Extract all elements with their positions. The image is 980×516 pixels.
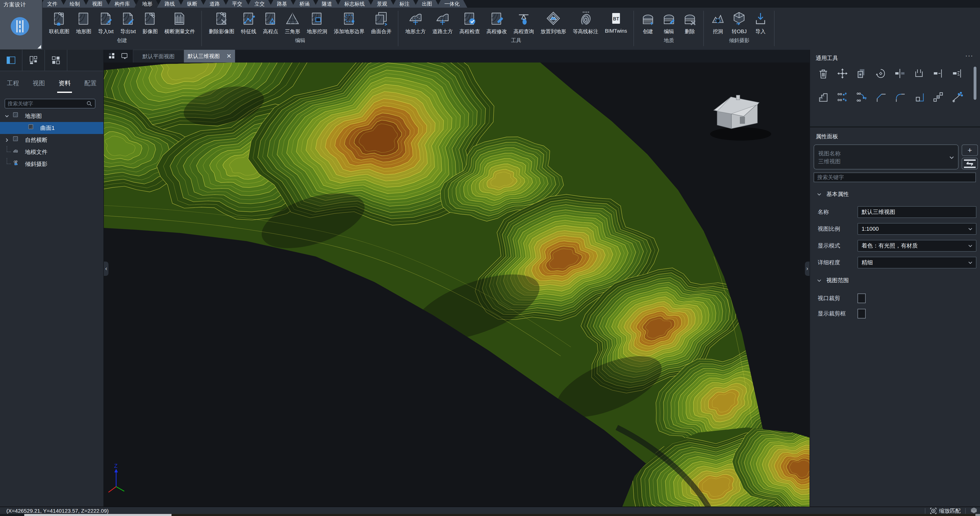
ribbon-button-创建[interactable]: 创建	[638, 9, 659, 35]
menu-tab-10[interactable]: 立交	[247, 0, 272, 8]
ribbon-button-删除影像图[interactable]: 删除影像图	[205, 9, 238, 35]
ribbon-button-地形挖洞[interactable]: 地形挖洞	[304, 9, 331, 35]
select-详细程度[interactable]: 精细	[858, 257, 977, 268]
menu-tab-14[interactable]: 标志标线	[337, 0, 372, 8]
ribbon-button-导入txt[interactable]: 导入txt	[95, 9, 117, 35]
ribbon-button-高程修改[interactable]: 高程修改	[483, 9, 510, 35]
menu-tab-7[interactable]: 纵断	[180, 0, 205, 8]
ribbon-button-转OBJ[interactable]: 转OBJ	[729, 9, 750, 35]
menu-tab-11[interactable]: 路基	[269, 0, 295, 8]
view-name-dropdown[interactable]: 视图名称 三维视图	[814, 145, 959, 169]
add-view-button[interactable]: +	[962, 145, 978, 156]
select-显示模式[interactable]: 着色：有光照，有材质	[858, 240, 977, 252]
tool-button-t-vertex-down[interactable]	[852, 89, 871, 105]
sidebar-tab-工程[interactable]: 工程	[6, 77, 20, 89]
menu-tab-1[interactable]: 文件	[40, 0, 65, 8]
view-tab-默认三维视图[interactable]: 默认三维视图✕	[184, 50, 235, 62]
layout-button-panes-left[interactable]	[0, 50, 22, 71]
ribbon-button-等高线标注[interactable]: 等高线标注	[570, 9, 601, 35]
ribbon-button-编辑[interactable]: 编辑	[659, 9, 679, 35]
tool-button-t-trim[interactable]	[909, 65, 928, 82]
properties-search-input[interactable]	[814, 174, 975, 180]
menu-tab-5[interactable]: 地形	[135, 0, 160, 8]
tree-item-自然横断[interactable]: 自然横断	[0, 134, 103, 146]
layout-button-panes-mixed[interactable]	[22, 50, 45, 71]
menu-tab-8[interactable]: 道路	[202, 0, 228, 8]
select-视图比例[interactable]: 1:1000	[858, 223, 977, 235]
tree-item-地形图[interactable]: 地形图	[0, 110, 103, 122]
close-tab-icon[interactable]: ✕	[226, 53, 231, 60]
ribbon-button-导出txt[interactable]: 导出txt	[117, 9, 139, 35]
sidebar-search-input[interactable]	[5, 101, 86, 107]
ribbon-button-曲面合并[interactable]: 曲面合并	[368, 9, 395, 35]
sidebar-collapse-handle[interactable]: ‹	[104, 261, 108, 276]
checkbox-视口裁剪[interactable]	[858, 293, 865, 303]
ribbon-button-联机底图[interactable]: 联机底图	[46, 9, 73, 35]
zoom-fit-button[interactable]: 缩放匹配	[930, 507, 961, 514]
ribbon-button-横断测量文件[interactable]: 横断测量文件	[161, 9, 198, 35]
view-list-button[interactable]	[962, 158, 978, 169]
view-tab-默认平面视图[interactable]: 默认平面视图	[133, 50, 184, 62]
tool-button-t-profile[interactable]	[814, 89, 833, 105]
ribbon-button-高程点[interactable]: 高程点	[259, 9, 282, 35]
menu-tab-2[interactable]: 绘制	[62, 0, 88, 8]
ribbon-button-三角形[interactable]: 三角形	[282, 9, 304, 35]
app-home-button[interactable]	[11, 17, 29, 35]
ribbon-button-地形图[interactable]: 地形图	[73, 9, 95, 35]
menu-tab-12[interactable]: 桥涵	[292, 0, 317, 8]
menu-tab-18[interactable]: 一体化	[437, 0, 467, 8]
checkbox-显示裁剪框[interactable]	[858, 309, 865, 319]
tool-button-t-offset[interactable]	[928, 65, 948, 82]
terrain-3d-render[interactable]: Z	[104, 62, 810, 506]
ribbon-button-高程检查[interactable]: 高程检查	[456, 9, 483, 35]
menu-tab-13[interactable]: 隧道	[314, 0, 340, 8]
view-cube-button[interactable]	[970, 507, 977, 515]
sidebar-tab-视图[interactable]: 视图	[32, 77, 45, 89]
ribbon-button-添加地形边界[interactable]: 添加地形边界	[331, 9, 368, 35]
menu-tab-4[interactable]: 构件库	[107, 0, 138, 8]
tool-button-t-rotate[interactable]	[871, 65, 890, 82]
viewbar-button-vt-grid[interactable]	[107, 51, 117, 61]
ribbon-button-删除[interactable]: 删除	[679, 9, 700, 35]
tree-item-地模文件[interactable]: 地模文件	[0, 146, 103, 158]
tree-item-曲面1[interactable]: 曲面1	[0, 122, 103, 134]
menu-tab-6[interactable]: 路线	[157, 0, 183, 8]
tools-scrollbar[interactable]	[974, 67, 977, 100]
section-header-视图范围[interactable]: 视图范围	[817, 277, 849, 284]
viewbar-button-vt-switch[interactable]	[120, 51, 129, 61]
tool-button-t-offset2[interactable]	[948, 65, 967, 82]
ribbon-button-特征线[interactable]: 特征线	[238, 9, 259, 35]
tool-button-t-spline[interactable]	[948, 89, 967, 105]
ribbon-button-挖洞[interactable]: 挖洞	[708, 9, 729, 35]
tool-button-t-delete[interactable]	[814, 65, 833, 82]
tool-button-t-fillet-line[interactable]	[871, 89, 890, 105]
tool-button-t-fillet-arc[interactable]	[890, 89, 909, 105]
chevron-right-icon[interactable]	[4, 137, 10, 143]
menu-tab-16[interactable]: 标注	[392, 0, 417, 8]
ribbon-button-地形土方[interactable]: 地形土方	[402, 9, 429, 35]
tool-button-t-move[interactable]	[833, 65, 852, 82]
menu-tab-17[interactable]: 出图	[414, 0, 440, 8]
layout-button-panes-grid[interactable]	[45, 50, 67, 71]
ribbon-button-放置到地形[interactable]: 放置到地形	[537, 9, 570, 35]
sidebar-tab-资料[interactable]: 资料	[58, 77, 71, 89]
ribbon-button-高程查询[interactable]: 高程查询	[510, 9, 537, 35]
viewport-3d[interactable]: Z	[104, 62, 810, 506]
right-panel-collapse-handle[interactable]: ›	[805, 261, 810, 276]
tree-item-倾斜摄影[interactable]: 倾斜摄影	[0, 158, 103, 170]
ribbon-button-影像图[interactable]: 影像图	[139, 9, 161, 35]
sidebar-tab-配置[interactable]: 配置	[84, 77, 97, 89]
ribbon-button-导入[interactable]: 导入	[750, 9, 771, 35]
tool-button-t-vertex-up[interactable]	[833, 89, 852, 105]
tool-button-t-mirror[interactable]	[890, 65, 909, 82]
menu-tab-3[interactable]: 视图	[84, 0, 110, 8]
menu-tab-9[interactable]: 平交	[224, 0, 250, 8]
tool-button-t-copy[interactable]	[852, 65, 871, 82]
chevron-down-icon[interactable]	[4, 113, 10, 119]
tool-button-t-scale-rect[interactable]	[909, 89, 928, 105]
input-名称[interactable]: 默认三维视图	[858, 206, 977, 218]
menu-tab-15[interactable]: 景观	[369, 0, 395, 8]
tool-button-t-array[interactable]	[928, 89, 948, 105]
section-header-基本属性[interactable]: 基本属性	[817, 190, 849, 198]
ribbon-button-道路土方[interactable]: 道路土方	[429, 9, 456, 35]
